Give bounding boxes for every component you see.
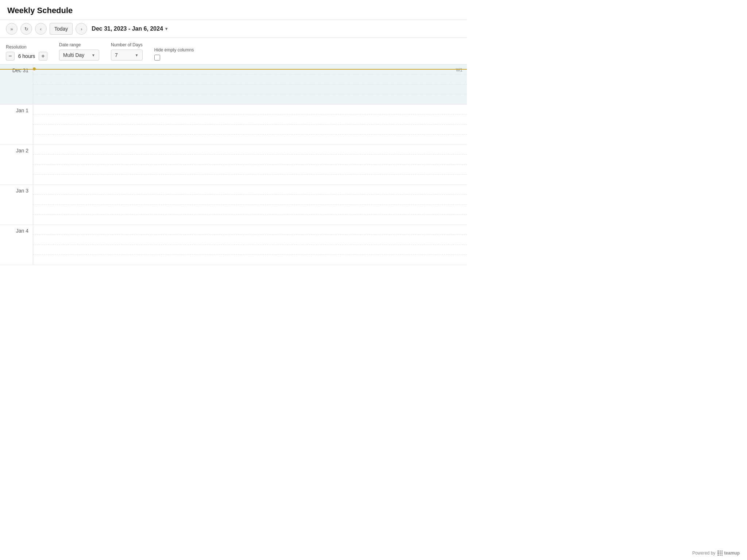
resolution-minus-button[interactable]: − (6, 52, 15, 61)
num-days-dropdown[interactable]: 7 ▼ (111, 50, 143, 61)
time-slot[interactable] (33, 245, 467, 255)
day-content (33, 145, 467, 184)
time-slot[interactable] (33, 235, 467, 245)
day-label: Jan 4 (0, 225, 33, 265)
collapse-button[interactable]: » (6, 23, 18, 35)
time-slot[interactable] (33, 185, 467, 195)
today-button[interactable]: Today (50, 23, 73, 35)
day-label: Jan 2 (0, 145, 33, 184)
num-days-dropdown-arrow-icon: ▼ (135, 53, 139, 57)
resolution-label: Resolution (6, 44, 47, 50)
refresh-button[interactable]: ↻ (20, 23, 32, 35)
time-slot[interactable] (33, 135, 467, 144)
day-label: Dec 31 (0, 65, 33, 104)
time-slot[interactable] (33, 105, 467, 114)
schedule-row: Jan 1 (0, 105, 467, 145)
controls-row: Resolution − 6 hours + Date range Multi … (0, 38, 467, 65)
schedule-grid: Dec 31W1Jan 1Jan 2Jan 3Jan 4 (0, 65, 467, 265)
page-title: Weekly Schedule (7, 6, 460, 15)
num-days-control-group: Number of Days 7 ▼ (111, 42, 143, 61)
day-label: Jan 3 (0, 185, 33, 225)
num-days-label: Number of Days (111, 42, 143, 47)
prev-button[interactable]: ‹ (35, 23, 47, 35)
schedule-row: Dec 31W1 (0, 65, 467, 105)
time-slot[interactable] (33, 94, 467, 104)
time-slot[interactable] (33, 125, 467, 135)
date-range-chevron-icon: ▾ (165, 26, 167, 31)
date-range-display[interactable]: Dec 31, 2023 - Jan 6, 2024 ▾ (92, 26, 167, 32)
schedule-row: Jan 2 (0, 145, 467, 185)
week-label: W1 (456, 67, 462, 73)
hide-empty-label: Hide empty columns (154, 47, 194, 52)
resolution-value: 6 hours (18, 53, 36, 59)
day-content (33, 65, 467, 104)
schedule-row: Jan 3 (0, 185, 467, 225)
hide-empty-checkbox[interactable] (154, 55, 160, 61)
next-button[interactable]: › (76, 23, 87, 35)
date-range-dropdown-arrow-icon: ▼ (92, 53, 95, 57)
page-header: Weekly Schedule (0, 0, 467, 20)
date-range-dropdown[interactable]: Multi Day ▼ (59, 50, 99, 61)
day-content (33, 105, 467, 144)
time-slot[interactable] (33, 165, 467, 175)
current-time-dot (33, 67, 36, 70)
resolution-plus-button[interactable]: + (39, 52, 47, 61)
time-slot[interactable] (33, 205, 467, 215)
day-label: Jan 1 (0, 105, 33, 144)
date-range-control-group: Date range Multi Day ▼ (59, 42, 99, 61)
resolution-control-group: Resolution − 6 hours + (6, 44, 47, 61)
time-slot[interactable] (33, 195, 467, 205)
toolbar: » ↻ ‹ Today › Dec 31, 2023 - Jan 6, 2024… (0, 20, 467, 38)
time-slot[interactable] (33, 74, 467, 84)
hide-empty-control-group: Hide empty columns (154, 47, 194, 61)
time-slot[interactable] (33, 215, 467, 225)
date-range-label: Date range (59, 42, 99, 47)
time-slot[interactable] (33, 225, 467, 235)
resolution-control: − 6 hours + (6, 52, 47, 61)
time-slot[interactable] (33, 145, 467, 155)
date-range-text: Dec 31, 2023 - Jan 6, 2024 (92, 26, 163, 32)
schedule-container: Dec 31W1Jan 1Jan 2Jan 3Jan 4 (0, 65, 467, 265)
hide-empty-checkbox-wrap (154, 55, 194, 61)
time-slot[interactable] (33, 85, 467, 94)
day-content (33, 225, 467, 265)
time-slot[interactable] (33, 155, 467, 164)
time-slot[interactable] (33, 255, 467, 265)
schedule-row: Jan 4 (0, 225, 467, 265)
day-content (33, 185, 467, 225)
time-slot[interactable] (33, 175, 467, 184)
current-time-line (0, 69, 467, 70)
time-slot[interactable] (33, 114, 467, 124)
num-days-value: 7 (115, 52, 118, 58)
date-range-dropdown-value: Multi Day (63, 52, 84, 58)
